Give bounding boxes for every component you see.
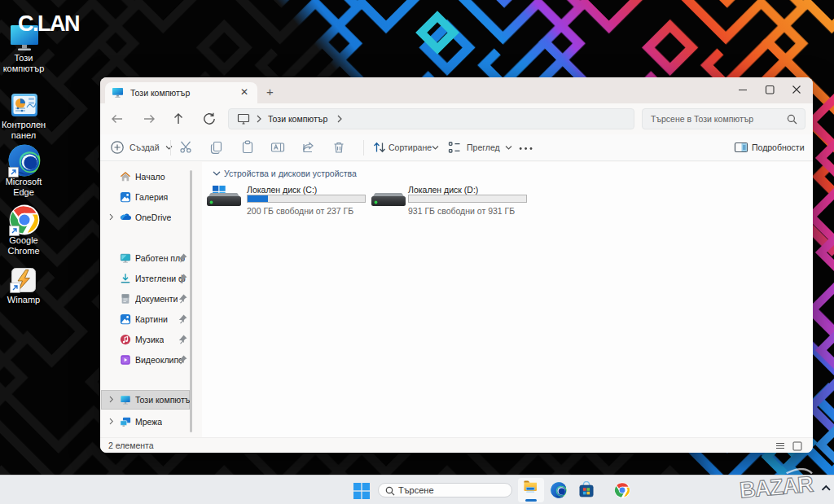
svg-text:BAZAR: BAZAR xyxy=(739,471,815,499)
